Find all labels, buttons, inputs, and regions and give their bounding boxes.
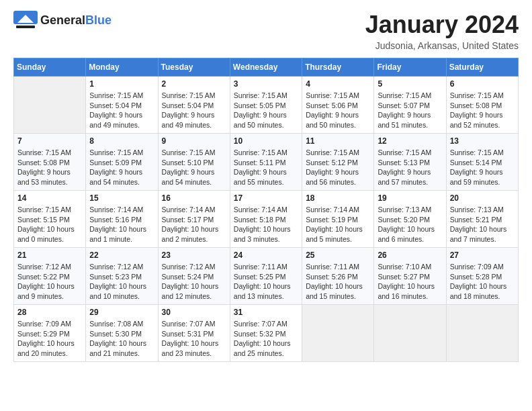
calendar-cell [374,305,446,362]
sunrise-text: Sunrise: 7:07 AM [162,319,226,329]
sunset-text: Sunset: 5:22 PM [17,272,82,282]
day-number: 3 [234,79,298,89]
day-number: 18 [306,193,370,203]
day-info: Sunrise: 7:15 AMSunset: 5:14 PMDaylight:… [450,148,515,187]
logo-blue: Blue [85,13,112,27]
day-info: Sunrise: 7:15 AMSunset: 5:08 PMDaylight:… [17,148,82,187]
day-number: 31 [234,308,298,317]
sunset-text: Sunset: 5:26 PM [306,272,370,282]
day-number: 4 [306,79,370,89]
calendar-cell: 15Sunrise: 7:14 AMSunset: 5:16 PMDayligh… [86,191,158,248]
day-info: Sunrise: 7:07 AMSunset: 5:31 PMDaylight:… [162,319,226,359]
sunset-text: Sunset: 5:24 PM [162,272,226,282]
day-info: Sunrise: 7:12 AMSunset: 5:23 PMDaylight:… [89,262,154,302]
sunset-text: Sunset: 5:13 PM [378,158,442,168]
calendar-cell: 14Sunrise: 7:15 AMSunset: 5:15 PMDayligh… [14,191,86,248]
day-number: 6 [450,79,515,89]
sunrise-text: Sunrise: 7:15 AM [234,148,298,158]
sunset-text: Sunset: 5:15 PM [17,215,82,225]
daylight-text: Daylight: 9 hours and 57 minutes. [378,167,442,187]
sunset-text: Sunset: 5:17 PM [162,215,226,225]
day-number: 27 [450,250,515,260]
page-container: GeneralBlue January 2024 Judsonia, Arkan… [13,11,519,362]
calendar-cell: 4Sunrise: 7:15 AMSunset: 5:06 PMDaylight… [302,77,374,134]
calendar-cell: 20Sunrise: 7:13 AMSunset: 5:21 PMDayligh… [446,191,518,248]
sunset-text: Sunset: 5:06 PM [306,101,370,111]
sunrise-text: Sunrise: 7:15 AM [17,205,82,215]
sunrise-text: Sunrise: 7:15 AM [378,91,442,101]
calendar-cell: 7Sunrise: 7:15 AMSunset: 5:08 PMDaylight… [14,134,86,191]
daylight-text: Daylight: 10 hours and 0 minutes. [17,224,82,244]
calendar-cell: 5Sunrise: 7:15 AMSunset: 5:07 PMDaylight… [374,77,446,134]
day-info: Sunrise: 7:14 AMSunset: 5:17 PMDaylight:… [162,205,226,244]
daylight-text: Daylight: 10 hours and 15 minutes. [306,281,370,301]
sunrise-text: Sunrise: 7:15 AM [89,148,154,158]
sunset-text: Sunset: 5:20 PM [378,215,442,225]
day-info: Sunrise: 7:10 AMSunset: 5:27 PMDaylight:… [378,262,442,302]
day-info: Sunrise: 7:11 AMSunset: 5:25 PMDaylight:… [234,262,298,302]
sunrise-text: Sunrise: 7:15 AM [450,148,515,158]
day-info: Sunrise: 7:08 AMSunset: 5:30 PMDaylight:… [89,319,154,359]
weekday-header-friday: Friday [374,58,446,77]
daylight-text: Daylight: 9 hours and 51 minutes. [378,110,442,130]
daylight-text: Daylight: 9 hours and 54 minutes. [89,167,154,187]
sunset-text: Sunset: 5:28 PM [450,272,515,282]
calendar-cell: 6Sunrise: 7:15 AMSunset: 5:08 PMDaylight… [446,77,518,134]
day-info: Sunrise: 7:15 AMSunset: 5:07 PMDaylight:… [378,91,442,130]
weekday-row: SundayMondayTuesdayWednesdayThursdayFrid… [14,58,519,77]
weekday-header-thursday: Thursday [302,58,374,77]
daylight-text: Daylight: 9 hours and 52 minutes. [450,110,515,130]
day-number: 19 [378,193,442,203]
calendar-cell: 25Sunrise: 7:11 AMSunset: 5:26 PMDayligh… [302,248,374,305]
sunset-text: Sunset: 5:12 PM [306,158,370,168]
day-info: Sunrise: 7:15 AMSunset: 5:15 PMDaylight:… [17,205,82,244]
daylight-text: Daylight: 9 hours and 49 minutes. [89,110,154,130]
calendar-cell: 19Sunrise: 7:13 AMSunset: 5:20 PMDayligh… [374,191,446,248]
title-area: January 2024 Judsonia, Arkansas, United … [365,11,519,51]
calendar-cell: 30Sunrise: 7:07 AMSunset: 5:31 PMDayligh… [158,305,230,362]
day-number: 15 [89,193,154,203]
sunrise-text: Sunrise: 7:09 AM [450,262,515,272]
sunrise-text: Sunrise: 7:09 AM [17,319,82,329]
calendar-table: SundayMondayTuesdayWednesdayThursdayFrid… [13,58,519,362]
day-info: Sunrise: 7:15 AMSunset: 5:06 PMDaylight:… [306,91,370,130]
day-number: 29 [89,308,154,317]
calendar-cell: 28Sunrise: 7:09 AMSunset: 5:29 PMDayligh… [14,305,86,362]
day-number: 10 [234,136,298,146]
daylight-text: Daylight: 9 hours and 50 minutes. [234,110,298,130]
day-number: 7 [17,136,82,146]
calendar-cell: 27Sunrise: 7:09 AMSunset: 5:28 PMDayligh… [446,248,518,305]
day-info: Sunrise: 7:15 AMSunset: 5:05 PMDaylight:… [234,91,298,130]
day-info: Sunrise: 7:09 AMSunset: 5:29 PMDaylight:… [17,319,82,359]
sunrise-text: Sunrise: 7:15 AM [162,91,226,101]
sunset-text: Sunset: 5:10 PM [162,158,226,168]
day-number: 23 [162,250,226,260]
sunset-text: Sunset: 5:08 PM [17,158,82,168]
daylight-text: Daylight: 9 hours and 50 minutes. [306,110,370,130]
sunrise-text: Sunrise: 7:07 AM [234,319,298,329]
sunrise-text: Sunrise: 7:14 AM [162,205,226,215]
calendar-cell: 3Sunrise: 7:15 AMSunset: 5:05 PMDaylight… [230,77,302,134]
day-info: Sunrise: 7:13 AMSunset: 5:20 PMDaylight:… [378,205,442,244]
calendar-cell: 11Sunrise: 7:15 AMSunset: 5:12 PMDayligh… [302,134,374,191]
calendar-cell: 26Sunrise: 7:10 AMSunset: 5:27 PMDayligh… [374,248,446,305]
calendar-week-1: 1Sunrise: 7:15 AMSunset: 5:04 PMDaylight… [14,77,519,134]
daylight-text: Daylight: 10 hours and 7 minutes. [450,224,515,244]
calendar-cell: 17Sunrise: 7:14 AMSunset: 5:18 PMDayligh… [230,191,302,248]
day-number: 16 [162,193,226,203]
sunrise-text: Sunrise: 7:15 AM [306,148,370,158]
calendar-week-4: 21Sunrise: 7:12 AMSunset: 5:22 PMDayligh… [14,248,519,305]
daylight-text: Daylight: 10 hours and 10 minutes. [89,281,154,301]
calendar-cell: 29Sunrise: 7:08 AMSunset: 5:30 PMDayligh… [86,305,158,362]
day-info: Sunrise: 7:15 AMSunset: 5:11 PMDaylight:… [234,148,298,187]
day-info: Sunrise: 7:14 AMSunset: 5:19 PMDaylight:… [306,205,370,244]
daylight-text: Daylight: 10 hours and 12 minutes. [162,281,226,301]
day-number: 12 [378,136,442,146]
daylight-text: Daylight: 10 hours and 6 minutes. [378,224,442,244]
calendar-cell: 2Sunrise: 7:15 AMSunset: 5:04 PMDaylight… [158,77,230,134]
day-info: Sunrise: 7:15 AMSunset: 5:10 PMDaylight:… [162,148,226,187]
sunrise-text: Sunrise: 7:11 AM [234,262,298,272]
calendar-week-3: 14Sunrise: 7:15 AMSunset: 5:15 PMDayligh… [14,191,519,248]
svg-rect-2 [16,26,35,28]
daylight-text: Daylight: 10 hours and 13 minutes. [234,281,298,301]
